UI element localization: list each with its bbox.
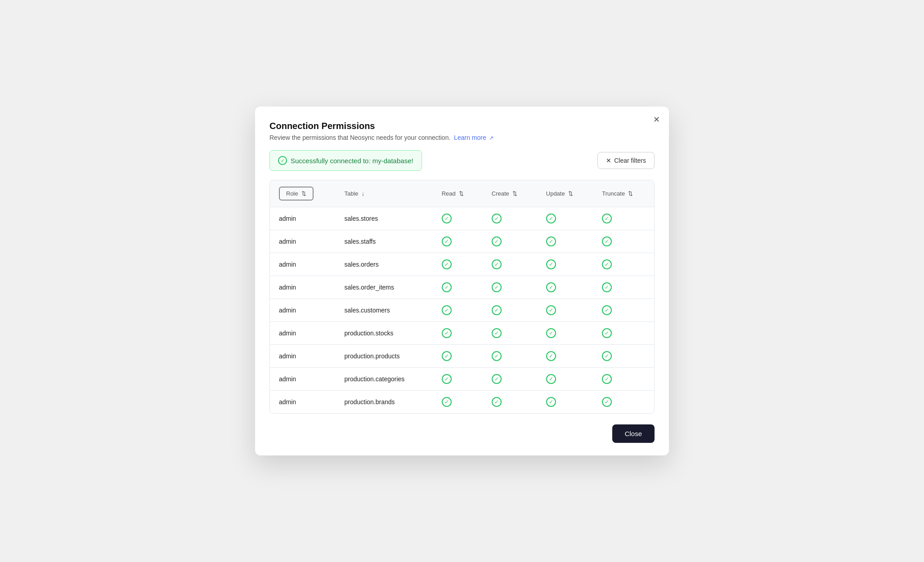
check-icon: ✓ xyxy=(492,328,502,338)
cell-table: sales.customers xyxy=(335,299,432,322)
modal-close-x-button[interactable]: ✕ xyxy=(651,114,662,125)
check-icon: ✓ xyxy=(492,305,502,315)
table-row: admin production.stocks ✓ ✓ ✓ ✓ xyxy=(270,322,654,345)
success-banner: ✓ Successfully connected to: my-database… xyxy=(269,150,422,171)
cell-role: admin xyxy=(270,368,335,391)
cell-update: ✓ xyxy=(537,322,593,345)
external-link-icon: ↗ xyxy=(489,135,493,141)
table-row: admin sales.stores ✓ ✓ ✓ ✓ xyxy=(270,207,654,230)
table-row: admin sales.orders ✓ ✓ ✓ ✓ xyxy=(270,253,654,276)
col-truncate[interactable]: Truncate ⇅ xyxy=(593,180,654,207)
cell-read: ✓ xyxy=(433,207,483,230)
cell-role: admin xyxy=(270,276,335,299)
check-icon: ✓ xyxy=(602,259,612,269)
check-icon: ✓ xyxy=(442,259,452,269)
check-icon: ✓ xyxy=(442,282,452,292)
permissions-table-container: Role ⇅ Table ↓ Read ⇅ Create ⇅ Update ⇅ … xyxy=(269,180,655,414)
cell-create: ✓ xyxy=(483,368,537,391)
cell-table: sales.order_items xyxy=(335,276,432,299)
check-icon: ✓ xyxy=(602,305,612,315)
table-row: admin sales.staffs ✓ ✓ ✓ ✓ xyxy=(270,230,654,253)
table-row: admin production.products ✓ ✓ ✓ ✓ xyxy=(270,345,654,368)
cell-truncate: ✓ xyxy=(593,230,654,253)
close-button[interactable]: Close xyxy=(612,424,655,443)
clear-filters-label: Clear filters xyxy=(614,157,646,164)
cell-role: admin xyxy=(270,207,335,230)
check-icon: ✓ xyxy=(602,374,612,384)
table-row: admin production.brands ✓ ✓ ✓ ✓ xyxy=(270,391,654,414)
check-icon: ✓ xyxy=(492,282,502,292)
table-row: admin sales.order_items ✓ ✓ ✓ ✓ xyxy=(270,276,654,299)
check-icon: ✓ xyxy=(602,282,612,292)
cell-create: ✓ xyxy=(483,207,537,230)
cell-read: ✓ xyxy=(433,391,483,414)
check-icon: ✓ xyxy=(546,374,556,384)
cell-update: ✓ xyxy=(537,253,593,276)
check-icon: ✓ xyxy=(602,214,612,223)
check-icon: ✓ xyxy=(492,374,502,384)
check-icon: ✓ xyxy=(546,397,556,407)
clear-filters-button[interactable]: ✕ Clear filters xyxy=(597,152,655,169)
cell-create: ✓ xyxy=(483,322,537,345)
col-role[interactable]: Role ⇅ xyxy=(270,180,335,207)
cell-truncate: ✓ xyxy=(593,276,654,299)
cell-read: ✓ xyxy=(433,253,483,276)
role-col-label: Role ⇅ xyxy=(279,187,314,201)
cell-create: ✓ xyxy=(483,253,537,276)
check-icon: ✓ xyxy=(546,282,556,292)
cell-role: admin xyxy=(270,391,335,414)
check-icon: ✓ xyxy=(546,214,556,223)
cell-table: sales.staffs xyxy=(335,230,432,253)
cell-update: ✓ xyxy=(537,230,593,253)
permissions-table: Role ⇅ Table ↓ Read ⇅ Create ⇅ Update ⇅ … xyxy=(270,180,654,413)
cell-truncate: ✓ xyxy=(593,345,654,368)
cell-update: ✓ xyxy=(537,368,593,391)
col-table[interactable]: Table ↓ xyxy=(335,180,432,207)
cell-table: production.brands xyxy=(335,391,432,414)
check-icon: ✓ xyxy=(442,305,452,315)
check-icon: ✓ xyxy=(492,214,502,223)
learn-more-link[interactable]: Learn more ↗ xyxy=(454,134,493,141)
cell-update: ✓ xyxy=(537,299,593,322)
check-icon: ✓ xyxy=(546,236,556,246)
cell-update: ✓ xyxy=(537,345,593,368)
modal-title: Connection Permissions xyxy=(269,121,655,131)
modal-subtitle: Review the permissions that Neosync need… xyxy=(269,134,655,141)
check-icon: ✓ xyxy=(546,305,556,315)
cell-role: admin xyxy=(270,253,335,276)
cell-table: sales.stores xyxy=(335,207,432,230)
check-icon: ✓ xyxy=(442,236,452,246)
cell-table: production.products xyxy=(335,345,432,368)
cell-read: ✓ xyxy=(433,322,483,345)
cell-read: ✓ xyxy=(433,345,483,368)
cell-table: production.categories xyxy=(335,368,432,391)
check-icon: ✓ xyxy=(602,328,612,338)
cell-create: ✓ xyxy=(483,230,537,253)
cell-read: ✓ xyxy=(433,230,483,253)
check-icon: ✓ xyxy=(546,351,556,361)
cell-truncate: ✓ xyxy=(593,253,654,276)
cell-truncate: ✓ xyxy=(593,322,654,345)
col-read[interactable]: Read ⇅ xyxy=(433,180,483,207)
check-icon: ✓ xyxy=(602,351,612,361)
check-icon: ✓ xyxy=(546,259,556,269)
success-message: Successfully connected to: my-database! xyxy=(291,157,413,165)
cell-table: production.stocks xyxy=(335,322,432,345)
check-icon: ✓ xyxy=(442,328,452,338)
table-body: admin sales.stores ✓ ✓ ✓ ✓ admin sales.s… xyxy=(270,207,654,414)
table-header-row: Role ⇅ Table ↓ Read ⇅ Create ⇅ Update ⇅ … xyxy=(270,180,654,207)
col-update[interactable]: Update ⇅ xyxy=(537,180,593,207)
cell-create: ✓ xyxy=(483,276,537,299)
cell-read: ✓ xyxy=(433,276,483,299)
connection-permissions-modal: ✕ Connection Permissions Review the perm… xyxy=(255,107,669,455)
table-row: admin production.categories ✓ ✓ ✓ ✓ xyxy=(270,368,654,391)
col-create[interactable]: Create ⇅ xyxy=(483,180,537,207)
cell-truncate: ✓ xyxy=(593,391,654,414)
cell-read: ✓ xyxy=(433,299,483,322)
check-icon: ✓ xyxy=(492,259,502,269)
cell-update: ✓ xyxy=(537,391,593,414)
clear-filters-x-icon: ✕ xyxy=(606,157,611,164)
check-icon: ✓ xyxy=(492,236,502,246)
subtitle-text: Review the permissions that Neosync need… xyxy=(269,134,452,141)
cell-role: admin xyxy=(270,322,335,345)
